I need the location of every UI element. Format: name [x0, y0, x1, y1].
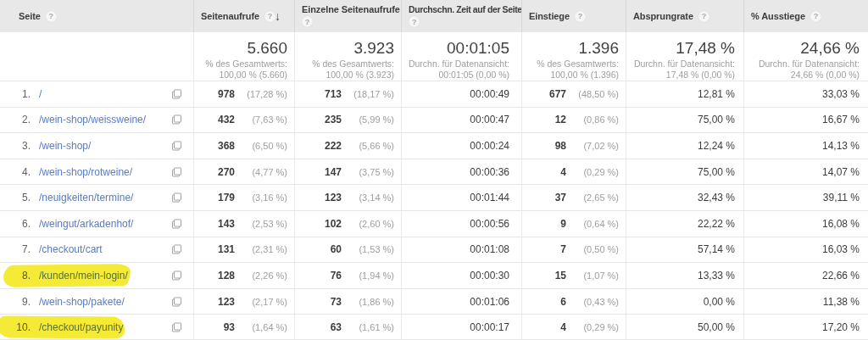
unique-pageviews-percent: (18,17 %): [342, 89, 394, 99]
column-label: Einstiege: [529, 11, 570, 21]
pageviews-value: 93: [224, 321, 235, 333]
entrances-value: 9: [560, 218, 566, 230]
unique-pageviews-percent: (1,61 %): [342, 322, 394, 332]
summary-note: Durchn. für Datenansicht:: [626, 59, 735, 70]
page-link[interactable]: /weingut/arkadenhof/: [39, 218, 133, 230]
bounce-rate-value: 75,00 %: [626, 159, 743, 185]
summary-note: Durchn. für Datenansicht:: [744, 59, 860, 70]
column-label: Seite: [19, 11, 41, 21]
unique-pageviews-value: 147: [325, 166, 342, 178]
help-icon[interactable]: ?: [46, 11, 57, 22]
entrances-percent: (7,02 %): [566, 141, 619, 151]
pageviews-percent: (17,28 %): [235, 89, 287, 99]
sort-descending-icon[interactable]: ↓: [275, 9, 281, 23]
open-in-new-window-icon[interactable]: [172, 270, 181, 280]
open-in-new-window-icon[interactable]: [172, 115, 181, 125]
help-icon[interactable]: ?: [409, 16, 420, 27]
unique-pageviews-value: 63: [331, 321, 342, 333]
table-row: 3./wein-shop/ 368(6,50 %) 222(5,66 %) 00…: [0, 132, 868, 159]
pageviews-percent: (2,17 %): [235, 297, 287, 307]
open-in-new-window-icon[interactable]: [172, 245, 181, 254]
avg-time-value: 00:00:17: [401, 315, 521, 339]
open-in-new-window-icon[interactable]: [172, 167, 181, 176]
column-header-einstiege[interactable]: Einstiege ?: [521, 0, 626, 32]
help-icon[interactable]: ?: [810, 11, 821, 22]
entrances-percent: (2,65 %): [566, 192, 619, 203]
bounce-rate-value: 0,00 %: [626, 289, 743, 315]
bounce-rate-value: 22,22 %: [626, 211, 743, 237]
avg-time-value: 00:01:44: [401, 185, 521, 210]
summary-entrances: 1.396 % des Gesamtwerts: 100,00 % (1.396…: [521, 32, 626, 81]
pageviews-percent: (1,64 %): [235, 322, 287, 332]
exit-rate-value: 33,03 %: [743, 81, 868, 107]
help-icon[interactable]: ?: [264, 11, 275, 22]
entrances-value: 6: [560, 296, 566, 308]
exit-rate-value: 14,07 %: [743, 159, 868, 185]
pageviews-value: 128: [218, 270, 235, 281]
unique-pageviews-value: 102: [325, 218, 342, 230]
entrances-percent: (0,29 %): [566, 167, 619, 177]
avg-time-value: 00:00:36: [401, 159, 521, 185]
summary-bounce-rate: 17,48 % Durchn. für Datenansicht: 17,48 …: [626, 32, 743, 81]
page-link[interactable]: /checkout/payunity: [39, 321, 123, 333]
bounce-rate-value: 13,33 %: [626, 263, 743, 288]
row-number: 1.: [12, 88, 31, 100]
page-link[interactable]: /neuigkeiten/termine/: [39, 192, 133, 203]
page-link[interactable]: /: [39, 88, 42, 100]
exit-rate-value: 39,11 %: [743, 185, 868, 210]
summary-value: 00:01:05: [402, 38, 509, 59]
bounce-rate-value: 75,00 %: [626, 108, 743, 133]
summary-note: 100,00 % (3.923): [295, 70, 394, 81]
exit-rate-value: 16,03 %: [743, 237, 868, 263]
unique-pageviews-value: 235: [325, 114, 342, 125]
summary-value: 17,48 %: [626, 38, 735, 59]
column-header-ausstiege[interactable]: % Ausstiege ?: [743, 0, 868, 32]
page-link[interactable]: /wein-shop/rotweine/: [39, 166, 132, 178]
row-number: 3.: [12, 140, 31, 152]
page-link[interactable]: /checkout/cart: [39, 243, 103, 255]
column-label: Absprungrate: [633, 11, 693, 21]
entrances-percent: (48,50 %): [566, 89, 619, 99]
pageviews-percent: (7,63 %): [235, 114, 287, 125]
entrances-value: 98: [555, 140, 566, 152]
summary-note: % des Gesamtwerts:: [522, 59, 619, 70]
help-icon[interactable]: ?: [302, 16, 313, 27]
column-header-seitenaufrufe[interactable]: Seitenaufrufe ? ↓: [193, 0, 294, 32]
avg-time-value: 00:00:30: [401, 263, 521, 288]
table-row: 6./weingut/arkadenhof/ 143(2,53 %) 102(2…: [0, 210, 868, 237]
page-link[interactable]: /wein-shop/: [39, 140, 91, 152]
open-in-new-window-icon[interactable]: [172, 297, 181, 306]
column-header-durchschn-zeit[interactable]: Durchschn. Zeit auf der Seite ?: [401, 0, 521, 32]
pageviews-percent: (6,50 %): [235, 141, 287, 151]
bounce-rate-value: 57,14 %: [626, 237, 743, 263]
open-in-new-window-icon[interactable]: [172, 219, 181, 228]
bounce-rate-value: 12,24 %: [626, 133, 743, 159]
pageviews-percent: (4,77 %): [235, 167, 287, 177]
open-in-new-window-icon[interactable]: [172, 193, 181, 203]
help-icon[interactable]: ?: [575, 11, 586, 22]
row-number: 8.: [12, 270, 31, 281]
open-in-new-window-icon[interactable]: [172, 141, 181, 150]
page-link[interactable]: /wein-shop/weissweine/: [39, 114, 146, 125]
column-header-absprungrate[interactable]: Absprungrate ?: [626, 0, 743, 32]
summary-note: 17,48 % (0,00 %): [626, 70, 735, 81]
exit-rate-value: 16,67 %: [743, 108, 868, 133]
avg-time-value: 00:00:56: [401, 211, 521, 237]
column-header-einzelne-seitenaufrufe[interactable]: Einzelne Seitenaufrufe ?: [294, 0, 401, 32]
open-in-new-window-icon[interactable]: [172, 322, 181, 332]
entrances-percent: (1,07 %): [566, 270, 619, 281]
column-header-seite[interactable]: Seite ?: [0, 0, 193, 32]
help-icon[interactable]: ?: [698, 11, 709, 22]
unique-pageviews-percent: (5,99 %): [342, 114, 394, 125]
summary-note: % des Gesamtwerts:: [295, 59, 394, 70]
unique-pageviews-percent: (3,14 %): [342, 192, 394, 203]
table-row: 8./kunden/mein-login/ 128(2,26 %) 76(1,9…: [0, 262, 868, 288]
entrances-value: 12: [555, 114, 566, 125]
unique-pageviews-percent: (2,60 %): [342, 219, 394, 229]
page-link[interactable]: /wein-shop/pakete/: [39, 296, 125, 308]
open-in-new-window-icon[interactable]: [172, 89, 181, 98]
table-row: 1./ 978(17,28 %) 713(18,17 %) 00:00:49 6…: [0, 81, 868, 107]
entrances-value: 15: [555, 270, 566, 281]
page-link[interactable]: /kunden/mein-login/: [39, 270, 128, 281]
table-row: 5./neuigkeiten/termine/ 179(3,16 %) 123(…: [0, 184, 868, 210]
